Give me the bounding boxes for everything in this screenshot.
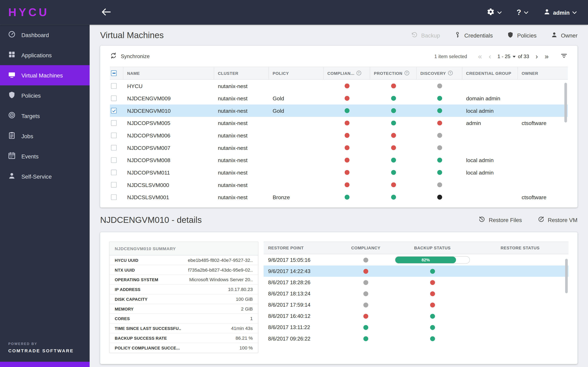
restore-files-label: Restore Files [489, 217, 522, 223]
vm-table-row[interactable]: NJDCOPSVM007nutanix-nest [110, 142, 568, 154]
page-range-label: 1 - 25 [497, 53, 510, 59]
vm-table-row[interactable]: NJDCOPSVM005nutanix-nestadminctsoftware [110, 117, 568, 129]
header-cell-protection[interactable]: PROTECTION ? [370, 67, 417, 80]
restore-point-row[interactable]: 9/6/2017 15:05:1682% [264, 254, 568, 266]
next-page-button[interactable]: › [534, 53, 540, 60]
vm-table-row[interactable]: NJDCENGVM010nutanix-nestGoldlocal admin [110, 104, 568, 117]
owner-button[interactable]: Owner [551, 31, 578, 39]
policies-button[interactable]: Policies [507, 31, 536, 39]
page-title: Virtual Machines [100, 30, 164, 40]
sidebar-item-targets[interactable]: Targets [0, 106, 90, 126]
restore-point-row[interactable]: 8/6/2017 13:11:22 [264, 322, 568, 333]
header-cell-discovery[interactable]: DISCOVERY ? [417, 67, 462, 80]
page-total-label: of 33 [518, 53, 529, 59]
status-dot-red [345, 182, 349, 187]
summary-title: NJDCENGVM010 SUMMARY [109, 242, 258, 256]
sidebar-item-label: Events [21, 153, 39, 159]
status-dot-green [437, 158, 442, 162]
help-circle-icon[interactable]: ? [448, 70, 453, 76]
summary-label: CORES [115, 316, 130, 321]
cell-select [110, 194, 123, 200]
user-menu[interactable]: admin [543, 8, 577, 17]
vm-table-row[interactable]: NJDCOPSVM011nutanix-nestlocal admin [110, 166, 568, 179]
settings-menu[interactable] [486, 8, 502, 17]
restore-vm-icon [538, 216, 545, 224]
row-checkbox[interactable] [111, 120, 117, 126]
header-cell-cluster[interactable]: CLUSTER [214, 67, 269, 80]
synchronize-button[interactable]: Synchronize [110, 52, 150, 60]
summary-row: CORES1 [109, 314, 258, 324]
header-cell-policy[interactable]: POLICY [269, 67, 324, 80]
last-page-button[interactable]: » [543, 53, 551, 60]
row-checkbox[interactable] [111, 83, 117, 89]
row-checkbox[interactable] [111, 133, 117, 138]
sidebar-item-self-service[interactable]: Self-Service [0, 166, 90, 187]
shield-icon [507, 31, 514, 39]
restore-point-row[interactable]: 9/6/2017 14:22:43 [264, 266, 568, 277]
restore-point-row[interactable]: 8/6/2017 18:13:24 [264, 288, 568, 299]
synchronize-label: Synchronize [121, 53, 150, 59]
row-checkbox[interactable] [111, 108, 117, 114]
sidebar-item-events[interactable]: Events [0, 146, 90, 166]
vm-protection-cell [370, 108, 417, 113]
vm-compliancy-cell [324, 182, 370, 187]
vm-table-scrollbar[interactable] [564, 83, 567, 123]
row-checkbox[interactable] [111, 170, 117, 175]
main-content: Virtual Machines Backup Credentials [90, 25, 588, 367]
vm-table-row[interactable]: NJDCSLSVM001nutanix-nestBronzectsoftware [110, 191, 568, 203]
status-dot-green [430, 269, 435, 274]
first-page-button[interactable]: « [476, 53, 484, 60]
sidebar-item-label: Virtual Machines [21, 72, 63, 78]
credentials-button[interactable]: Credentials [454, 31, 493, 39]
header-cell-credential-group[interactable]: CREDENTIAL GROUP [462, 67, 518, 80]
row-checkbox[interactable] [111, 145, 117, 151]
help-circle-icon[interactable]: ? [356, 70, 362, 76]
restore-point-row[interactable]: 8/6/2017 16:40:12 [264, 310, 568, 322]
vm-name: NJDCOPSVM007 [123, 145, 214, 151]
header-cell-owner[interactable]: OWNER [518, 67, 568, 80]
row-checkbox[interactable] [111, 95, 117, 101]
vm-table-row[interactable]: NJDCSLSVM000nutanix-nest [110, 179, 568, 191]
restore-table-scrollbar[interactable] [565, 259, 568, 293]
row-checkbox[interactable] [111, 194, 117, 200]
row-checkbox[interactable] [111, 182, 117, 188]
vm-protection-cell [370, 145, 417, 150]
restore-point-row[interactable]: 8/6/2017 17:59:14 [264, 299, 568, 310]
restore-point-row[interactable]: 8/6/2017 09:26:22 [264, 333, 568, 344]
restore-files-button[interactable]: Restore Files [479, 216, 522, 224]
status-dot-green [430, 336, 435, 341]
status-dot-red [345, 96, 349, 101]
vm-table-row[interactable]: NJDCENGVM009nutanix-nestGolddomain admin [110, 92, 568, 105]
restore-compliancy-cell [339, 325, 393, 330]
summary-label: DISK CAPACITY [115, 297, 147, 301]
status-dot-green [363, 336, 368, 341]
help-circle-icon[interactable]: ? [404, 70, 410, 76]
back-button[interactable] [101, 8, 111, 17]
help-menu[interactable]: ? [517, 8, 528, 16]
vm-cluster: nutanix-nest [214, 108, 269, 114]
page-size-dropdown[interactable]: 1 - 25 of 33 [497, 53, 529, 59]
sidebar-item-policies[interactable]: Policies [0, 85, 90, 106]
filter-button[interactable] [560, 52, 568, 60]
vm-table-row[interactable]: NJDCOPSVM008nutanix-nestlocal admin [110, 154, 568, 166]
previous-page-button[interactable]: ‹ [487, 53, 493, 60]
status-dot-green [430, 325, 435, 330]
sidebar-item-label: Applications [21, 52, 52, 58]
vm-cluster: nutanix-nest [214, 169, 269, 175]
vm-table-row[interactable]: HYCUnutanix-nest [110, 80, 568, 92]
header-cell-name[interactable]: NAME [123, 67, 214, 80]
backup-button[interactable]: Backup [411, 31, 440, 39]
details-title: NJDCENGVM010 - details [100, 215, 202, 225]
sidebar-item-applications[interactable]: Applications [0, 45, 90, 65]
header-cell-compliancy[interactable]: COMPLIAN... ? [324, 67, 370, 80]
restore-vm-button[interactable]: Restore VM [538, 216, 578, 224]
restore-point-row[interactable]: 8/6/2017 18:28:26 [264, 277, 568, 288]
row-checkbox[interactable] [111, 157, 117, 163]
select-all-checkbox[interactable] [111, 70, 117, 76]
sidebar-item-jobs[interactable]: Jobs [0, 126, 90, 146]
vm-details-card: NJDCENGVM010 SUMMARY HYCU UUIDebe1b485-f… [100, 232, 577, 364]
sidebar-item-dashboard[interactable]: Dashboard [0, 25, 90, 45]
sidebar-item-virtual-machines[interactable]: Virtual Machines [0, 65, 90, 85]
vm-table-row[interactable]: NJDCOPSVM006nutanix-nest [110, 129, 568, 142]
column-label: COMPLIAN... [327, 71, 355, 75]
